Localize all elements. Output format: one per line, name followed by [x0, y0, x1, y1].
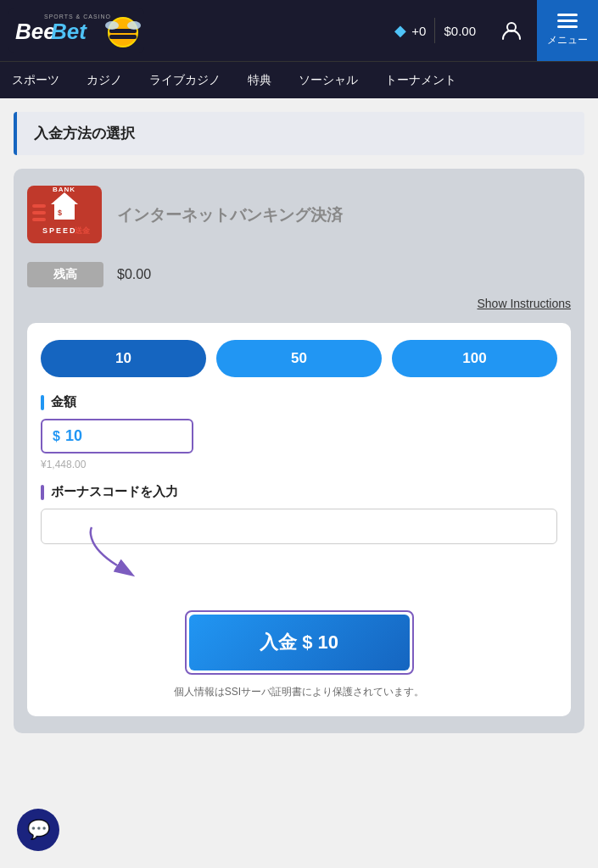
amount-buttons: 10 50 100: [41, 340, 557, 377]
svg-point-7: [127, 21, 141, 30]
bonus-section-header: ボーナスコードを入力: [41, 484, 557, 500]
amount-section-header: 金額: [41, 394, 557, 410]
payment-logo: $ BANK SPEED 送金: [27, 186, 103, 245]
points-value: +0: [411, 24, 426, 38]
main-card: $ BANK SPEED 送金 インターネットバンキング決済 残高 $0.00 …: [14, 169, 584, 733]
amount-button-50[interactable]: 50: [216, 340, 382, 377]
payment-header: $ BANK SPEED 送金 インターネットバンキング決済: [27, 186, 571, 245]
balance-label: 残高: [27, 262, 103, 287]
page-title: 入金方法の選択: [34, 124, 135, 143]
security-note-text: 個人情報はSSIサーバ証明書により保護されています。: [174, 686, 424, 698]
diamond-icon: ◆: [394, 21, 406, 40]
arrow-annotation: [41, 561, 557, 604]
speed-bank-logo-svg: $ BANK SPEED 送金: [27, 186, 103, 245]
svg-rect-5: [109, 35, 137, 39]
bonus-section-bar: [41, 485, 44, 500]
arrow-svg: [66, 519, 236, 578]
divider: [434, 18, 435, 43]
amount-input[interactable]: [65, 427, 150, 445]
dollar-sign: $: [53, 429, 60, 444]
show-instructions-link[interactable]: Show Instructions: [478, 297, 572, 310]
svg-text:BANK: BANK: [53, 186, 75, 193]
show-instructions-row: Show Instructions: [27, 296, 571, 311]
deposit-btn-border: 入金 $ 10: [185, 610, 414, 675]
header: SPORTS & CASINO Bee Bet ◆ +0 $0.00: [0, 0, 598, 61]
svg-text:Bet: Bet: [51, 19, 87, 44]
logo[interactable]: SPORTS & CASINO Bee Bet: [8, 8, 144, 53]
header-right: ◆ +0 $0.00 メニュー: [384, 0, 598, 61]
nav-sports[interactable]: スポーツ: [8, 62, 73, 99]
chat-bubble-button[interactable]: 💬: [17, 809, 59, 851]
nav-live-casino[interactable]: ライブカジノ: [136, 62, 234, 99]
balance-row: 残高 $0.00: [27, 262, 571, 287]
menu-button[interactable]: メニュー: [537, 0, 598, 61]
amount-button-10[interactable]: 10: [41, 340, 206, 377]
svg-rect-14: [32, 218, 46, 221]
menu-lines-icon: [557, 14, 578, 28]
nav-tournament[interactable]: トーナメント: [372, 62, 470, 99]
payment-method-title: インターネットバンキング決済: [117, 204, 343, 226]
menu-label: メニュー: [547, 33, 588, 47]
balance-value: $0.00: [117, 267, 151, 282]
input-hint: ¥1,448.00: [41, 459, 557, 470]
nav-tokuten[interactable]: 特典: [234, 62, 285, 99]
nav-social[interactable]: ソーシャル: [285, 62, 372, 99]
chat-icon: 💬: [27, 819, 50, 841]
svg-point-6: [105, 21, 119, 30]
svg-text:Bee: Bee: [15, 19, 56, 44]
nav-casino[interactable]: カジノ: [73, 62, 136, 99]
inner-card: 10 50 100 金額 $ ¥1,448.00 ボーナスコードを入力: [27, 323, 571, 716]
svg-text:送金: 送金: [75, 226, 91, 235]
security-note: 個人情報はSSIサーバ証明書により保護されています。: [41, 685, 557, 699]
points-display: ◆ +0 $0.00: [384, 18, 486, 43]
svg-rect-13: [32, 211, 46, 214]
navigation: スポーツ カジノ ライブカジノ 特典 ソーシャル トーナメント: [0, 61, 598, 98]
svg-rect-12: [32, 204, 46, 208]
amount-button-100[interactable]: 100: [392, 340, 557, 377]
user-icon-button[interactable]: [493, 12, 530, 49]
svg-text:$: $: [58, 209, 62, 217]
amount-input-wrapper[interactable]: $: [41, 419, 193, 453]
amount-section-bar: [41, 395, 44, 410]
bonus-section-title: ボーナスコードを入力: [51, 484, 178, 500]
svg-text:SPEED: SPEED: [42, 226, 77, 235]
deposit-button-wrapper: 入金 $ 10: [41, 610, 557, 675]
amount-section-title: 金額: [51, 394, 76, 410]
beebet-logo-svg: SPORTS & CASINO Bee Bet: [8, 8, 144, 53]
header-balance: $0.00: [444, 24, 476, 38]
deposit-button[interactable]: 入金 $ 10: [189, 615, 410, 670]
page-title-section: 入金方法の選択: [14, 112, 584, 155]
